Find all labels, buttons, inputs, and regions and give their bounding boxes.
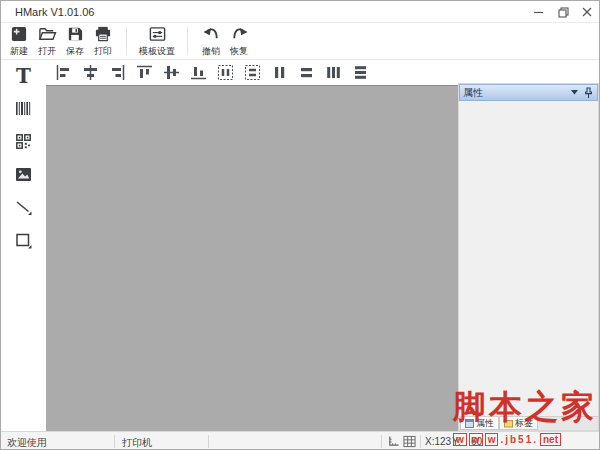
align-top-icon bbox=[135, 63, 154, 84]
align-left-button[interactable] bbox=[54, 64, 73, 83]
properties-tab-icon bbox=[465, 419, 474, 428]
template-settings-icon bbox=[148, 25, 167, 43]
equal-horizontal-spacing-button[interactable] bbox=[270, 64, 289, 83]
equal-horizontal-spacing-icon bbox=[270, 63, 289, 84]
distribute-vertical-button[interactable] bbox=[243, 64, 262, 83]
new-button[interactable]: 新建 bbox=[5, 24, 33, 58]
save-icon bbox=[66, 25, 84, 43]
properties-panel-body bbox=[459, 101, 598, 416]
save-button[interactable]: 保存 bbox=[61, 24, 89, 58]
toolbar-separator bbox=[187, 27, 188, 55]
restore-icon bbox=[558, 7, 569, 18]
toolbar-separator bbox=[126, 27, 127, 55]
align-toolbar bbox=[46, 61, 370, 85]
open-button[interactable]: 打开 bbox=[33, 24, 61, 58]
close-icon bbox=[582, 7, 592, 17]
panel-tab-properties[interactable]: 属性 bbox=[460, 417, 499, 430]
line-tool-button[interactable] bbox=[10, 195, 38, 221]
properties-panel-header[interactable]: 属性 bbox=[459, 84, 598, 101]
redo-button-label: 恢复 bbox=[230, 45, 248, 58]
align-middle-vertical-icon bbox=[162, 63, 181, 84]
open-button-label: 打开 bbox=[38, 45, 56, 58]
properties-panel-title: 属性 bbox=[463, 86, 566, 100]
status-separator bbox=[381, 435, 382, 448]
print-button[interactable]: 打印 bbox=[89, 24, 117, 58]
print-icon bbox=[94, 25, 112, 43]
qrcode-tool-button[interactable] bbox=[10, 129, 38, 155]
undo-button[interactable]: 撤销 bbox=[197, 24, 225, 58]
panel-tab-label-settings[interactable]: 标签 bbox=[499, 417, 538, 430]
tool-sidebar: T bbox=[1, 61, 46, 431]
status-x-coordinate: X:123 bbox=[425, 436, 451, 447]
text-tool-icon: T bbox=[16, 66, 31, 86]
hmark-window: HMark V1.01.06 新建 打开 bbox=[0, 0, 600, 450]
close-button[interactable] bbox=[575, 1, 599, 23]
status-bar: 欢迎使用 打印机 X:123 Y: 60 bbox=[1, 431, 599, 450]
minimize-icon bbox=[534, 7, 544, 17]
equal-vertical-spacing-icon bbox=[297, 63, 316, 84]
status-separator bbox=[420, 435, 421, 448]
label-tab-icon bbox=[504, 419, 513, 428]
align-right-button[interactable] bbox=[108, 64, 127, 83]
status-separator bbox=[114, 435, 115, 448]
status-y-value: 60 bbox=[471, 436, 482, 447]
equal-height-icon bbox=[351, 63, 370, 84]
rectangle-tool-button[interactable] bbox=[10, 228, 38, 254]
restore-button[interactable] bbox=[551, 1, 575, 23]
distribute-horizontal-icon bbox=[216, 63, 235, 84]
template-settings-label: 模板设置 bbox=[139, 45, 175, 58]
save-button-label: 保存 bbox=[66, 45, 84, 58]
open-folder-icon bbox=[38, 25, 57, 43]
qrcode-tool-icon bbox=[14, 132, 33, 153]
rectangle-tool-icon bbox=[14, 231, 33, 252]
align-right-icon bbox=[108, 63, 127, 84]
align-bottom-button[interactable] bbox=[189, 64, 208, 83]
undo-button-label: 撤销 bbox=[202, 45, 220, 58]
template-settings-button[interactable]: 模板设置 bbox=[136, 24, 178, 58]
align-top-button[interactable] bbox=[135, 64, 154, 83]
equal-width-button[interactable] bbox=[324, 64, 343, 83]
distribute-vertical-icon bbox=[243, 63, 262, 84]
status-y-label: Y: bbox=[452, 436, 461, 447]
align-center-horizontal-icon bbox=[81, 63, 100, 84]
image-tool-button[interactable] bbox=[10, 162, 38, 188]
panel-tab-label: 属性 bbox=[476, 417, 494, 430]
design-canvas[interactable] bbox=[46, 85, 458, 431]
status-printer: 打印机 bbox=[122, 436, 152, 450]
status-separator bbox=[208, 435, 209, 448]
new-document-icon bbox=[10, 25, 28, 43]
title-bar: HMark V1.01.06 bbox=[1, 1, 599, 23]
text-tool-button[interactable]: T bbox=[10, 63, 38, 89]
align-middle-vertical-button[interactable] bbox=[162, 64, 181, 83]
print-button-label: 打印 bbox=[94, 45, 112, 58]
status-welcome: 欢迎使用 bbox=[7, 436, 47, 450]
grid-icon[interactable] bbox=[403, 435, 417, 449]
align-center-horizontal-button[interactable] bbox=[81, 64, 100, 83]
barcode-tool-button[interactable] bbox=[10, 96, 38, 122]
distribute-horizontal-button[interactable] bbox=[216, 64, 235, 83]
pin-icon[interactable] bbox=[582, 87, 594, 99]
equal-width-icon bbox=[324, 63, 343, 84]
redo-icon bbox=[230, 25, 249, 43]
image-tool-icon bbox=[14, 165, 33, 186]
redo-button[interactable]: 恢复 bbox=[225, 24, 253, 58]
properties-panel: 属性 属性 标签 bbox=[458, 83, 599, 431]
panel-tab-strip: 属性 标签 bbox=[459, 416, 598, 430]
window-title: HMark V1.01.06 bbox=[15, 6, 94, 18]
chevron-down-icon[interactable] bbox=[568, 87, 580, 99]
align-left-icon bbox=[54, 63, 73, 84]
ruler-corner-icon[interactable] bbox=[387, 435, 401, 449]
window-controls bbox=[527, 1, 599, 23]
barcode-tool-icon bbox=[14, 99, 33, 120]
new-button-label: 新建 bbox=[10, 45, 28, 58]
align-bottom-icon bbox=[189, 63, 208, 84]
main-toolbar: 新建 打开 保存 打印 模板设置 bbox=[1, 23, 599, 60]
minimize-button[interactable] bbox=[527, 1, 551, 23]
equal-height-button[interactable] bbox=[351, 64, 370, 83]
panel-tab-label: 标签 bbox=[515, 417, 533, 430]
undo-icon bbox=[202, 25, 221, 43]
equal-vertical-spacing-button[interactable] bbox=[297, 64, 316, 83]
line-tool-icon bbox=[14, 198, 33, 219]
